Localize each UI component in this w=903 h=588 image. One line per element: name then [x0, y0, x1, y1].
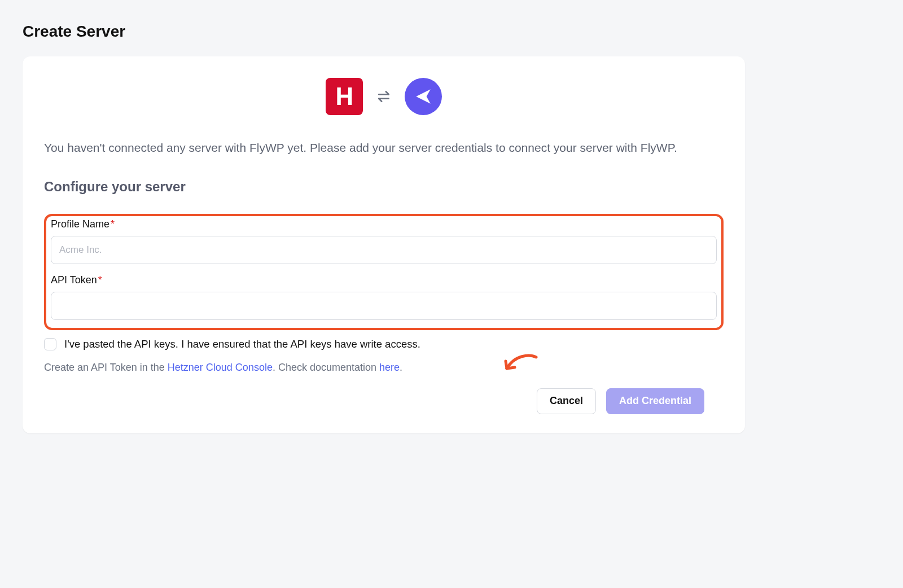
- configure-heading: Configure your server: [44, 179, 724, 195]
- credentials-highlight-box: Profile Name* API Token*: [44, 214, 724, 330]
- help-text: Create an API Token in the Hetzner Cloud…: [44, 362, 724, 374]
- api-token-label: API Token*: [51, 274, 717, 286]
- add-credential-button[interactable]: Add Credential: [606, 388, 704, 414]
- provider-logos-row: H: [44, 78, 724, 115]
- confirm-keys-checkbox[interactable]: [44, 338, 56, 350]
- hetzner-console-link[interactable]: Hetzner Cloud Console: [168, 362, 273, 373]
- help-prefix: Create an API Token in the: [44, 362, 168, 373]
- required-asterisk: *: [111, 218, 115, 230]
- create-server-card: H You haven't connected any server with …: [23, 56, 745, 433]
- page-title: Create Server: [23, 23, 880, 41]
- api-token-label-text: API Token: [51, 274, 97, 286]
- intro-text: You haven't connected any server with Fl…: [44, 139, 724, 157]
- confirm-keys-label: I've pasted the API keys. I have ensured…: [64, 338, 420, 350]
- hetzner-logo-icon: H: [326, 78, 363, 115]
- help-mid: . Check documentation: [273, 362, 379, 373]
- api-token-field: API Token*: [51, 274, 717, 320]
- annotation-arrow-icon: [501, 353, 541, 380]
- help-suffix: .: [400, 362, 402, 373]
- api-token-input[interactable]: [51, 292, 717, 320]
- swap-arrows-icon: [375, 88, 392, 105]
- form-actions: Cancel Add Credential: [44, 388, 724, 414]
- confirm-keys-row: I've pasted the API keys. I have ensured…: [44, 338, 724, 350]
- profile-name-field: Profile Name*: [51, 218, 717, 264]
- cancel-button[interactable]: Cancel: [537, 388, 596, 414]
- flywp-logo-icon: [405, 78, 442, 115]
- profile-name-label-text: Profile Name: [51, 218, 109, 230]
- profile-name-label: Profile Name*: [51, 218, 717, 230]
- required-asterisk: *: [98, 274, 102, 286]
- profile-name-input[interactable]: [51, 236, 717, 264]
- documentation-link[interactable]: here: [379, 362, 400, 373]
